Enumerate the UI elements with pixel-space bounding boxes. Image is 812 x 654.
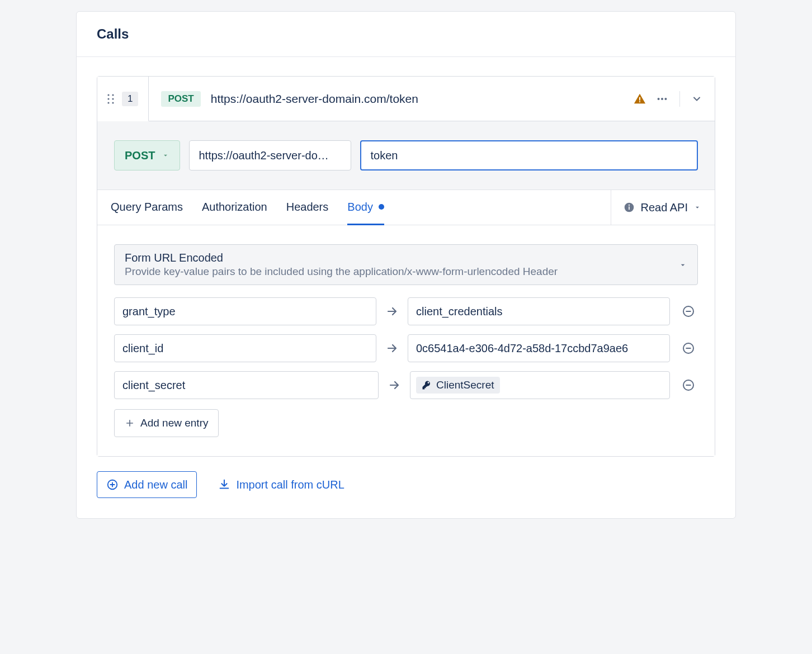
info-icon (624, 202, 635, 213)
svg-point-7 (661, 97, 663, 99)
divider (679, 91, 680, 107)
add-call-label: Add new call (124, 478, 187, 491)
plus-icon (125, 418, 135, 428)
call-item: 1 POST https://oauth2-server-domain.com/… (97, 76, 715, 457)
bottom-actions: Add new call Import call from cURL (97, 471, 715, 498)
tab-body-label: Body (347, 201, 373, 214)
kv-row (114, 297, 698, 325)
encoding-title: Form URL Encoded (125, 252, 678, 264)
import-curl-label: Import call from cURL (236, 478, 344, 491)
svg-point-6 (658, 97, 660, 99)
download-icon (218, 478, 230, 491)
section-title: Calls (97, 26, 715, 42)
card-body: 1 POST https://oauth2-server-domain.com/… (77, 57, 735, 518)
svg-point-0 (107, 94, 109, 96)
svg-rect-10 (629, 206, 630, 210)
kv-key-input[interactable] (114, 334, 376, 362)
kv-key-input[interactable] (114, 297, 376, 325)
arrow-right-icon (385, 305, 399, 318)
tab-query-params[interactable]: Query Params (111, 191, 183, 225)
collapse-icon[interactable] (689, 91, 705, 107)
arrow-right-icon (388, 378, 401, 392)
svg-point-11 (629, 205, 630, 206)
kv-value-input[interactable] (408, 297, 670, 325)
method-select[interactable]: POST (114, 140, 180, 170)
tabs: Query Params Authorization Headers Body (111, 190, 384, 225)
add-call-button[interactable]: Add new call (97, 471, 197, 498)
step-number-badge: 1 (122, 92, 138, 106)
call-url-summary[interactable]: POST https://oauth2-server-domain.com/to… (149, 77, 621, 121)
tabs-row: Query Params Authorization Headers Body … (97, 189, 715, 225)
url-text: https://oauth2-server-domain.com/token (211, 92, 418, 106)
secret-name: ClientSecret (436, 379, 494, 391)
caret-down-icon (162, 151, 169, 159)
read-api-label: Read API (640, 201, 688, 214)
url-editor-row: POST (114, 140, 698, 170)
encoding-text: Form URL Encoded Provide key-value pairs… (125, 252, 678, 278)
warning-icon[interactable] (631, 91, 648, 107)
method-select-label: POST (125, 149, 155, 162)
kv-value-input[interactable]: ClientSecret (410, 371, 670, 399)
svg-point-5 (112, 102, 114, 103)
call-actions (621, 77, 715, 121)
url-editor-area: POST (97, 121, 715, 189)
tab-body[interactable]: Body (347, 191, 384, 225)
read-api-dropdown[interactable]: Read API (611, 190, 701, 225)
caret-down-icon (693, 203, 701, 211)
svg-point-2 (107, 98, 109, 99)
path-input[interactable] (360, 140, 698, 170)
tab-authorization[interactable]: Authorization (202, 191, 267, 225)
body-encoding-select[interactable]: Form URL Encoded Provide key-value pairs… (114, 244, 698, 285)
tab-headers[interactable]: Headers (286, 191, 329, 225)
call-tab[interactable]: 1 (97, 77, 149, 121)
add-entry-label: Add new entry (140, 417, 208, 429)
method-chip: POST (161, 91, 200, 107)
svg-point-4 (107, 102, 109, 103)
svg-point-3 (112, 98, 114, 99)
remove-row-button[interactable] (679, 305, 698, 318)
body-panel: Form URL Encoded Provide key-value pairs… (97, 225, 715, 456)
plus-circle-icon (106, 478, 119, 491)
remove-row-button[interactable] (679, 342, 698, 355)
card-header: Calls (77, 12, 735, 57)
key-icon (422, 380, 432, 390)
arrow-right-icon (385, 342, 399, 355)
kv-key-input[interactable] (114, 371, 379, 399)
kv-row: ClientSecret (114, 371, 698, 399)
svg-point-1 (112, 94, 114, 96)
add-entry-button[interactable]: Add new entry (114, 409, 219, 437)
import-curl-button[interactable]: Import call from cURL (209, 471, 353, 498)
more-icon[interactable] (654, 91, 671, 107)
base-url-input[interactable] (189, 140, 351, 170)
caret-down-icon (678, 260, 687, 269)
svg-point-8 (664, 97, 667, 99)
call-summary-row: 1 POST https://oauth2-server-domain.com/… (97, 77, 715, 121)
remove-row-button[interactable] (679, 378, 698, 392)
tab-active-dot-icon (379, 204, 384, 210)
kv-value-input[interactable] (408, 334, 670, 362)
calls-card: Calls 1 POST https://oauth2-server-domai… (76, 11, 736, 519)
drag-handle-icon[interactable] (107, 94, 114, 104)
kv-rows: ClientSecret (114, 297, 698, 399)
secret-chip[interactable]: ClientSecret (416, 377, 500, 394)
kv-row (114, 334, 698, 362)
encoding-description: Provide key-value pairs to be included u… (125, 266, 678, 278)
